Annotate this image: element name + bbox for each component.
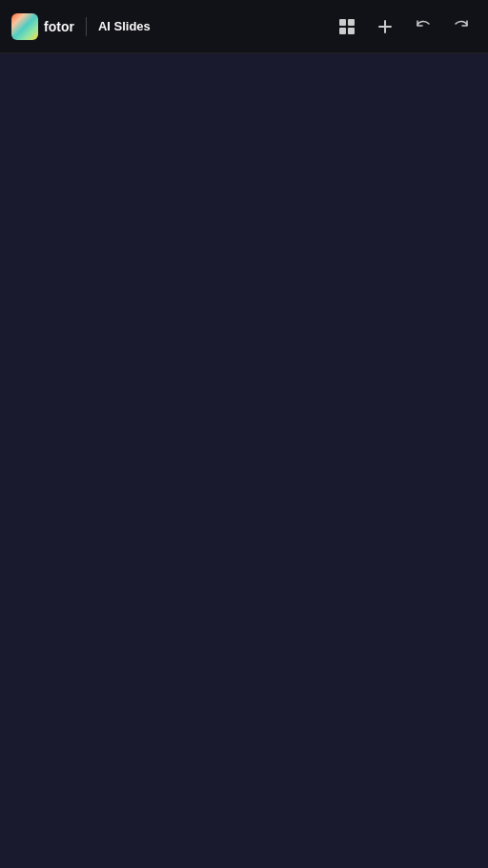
grid-icon [337, 17, 356, 36]
svg-rect-2 [339, 28, 346, 34]
app-brand-name: fotor [44, 19, 74, 34]
topbar-actions [332, 11, 477, 42]
redo-icon [452, 17, 471, 36]
brand-logo-area: fotor [11, 13, 74, 40]
undo-icon [414, 17, 433, 36]
svg-rect-1 [348, 19, 355, 26]
undo-button[interactable] [408, 11, 438, 42]
svg-rect-0 [339, 19, 346, 26]
app-logo [11, 13, 38, 40]
grid-view-button[interactable] [332, 11, 362, 42]
app-topbar: fotor AI Slides [0, 0, 488, 53]
app-subtitle: AI Slides [98, 19, 151, 33]
plus-icon [376, 17, 395, 36]
add-button[interactable] [370, 11, 400, 42]
svg-rect-3 [348, 28, 355, 34]
redo-button[interactable] [446, 11, 477, 42]
topbar-divider [86, 17, 87, 36]
